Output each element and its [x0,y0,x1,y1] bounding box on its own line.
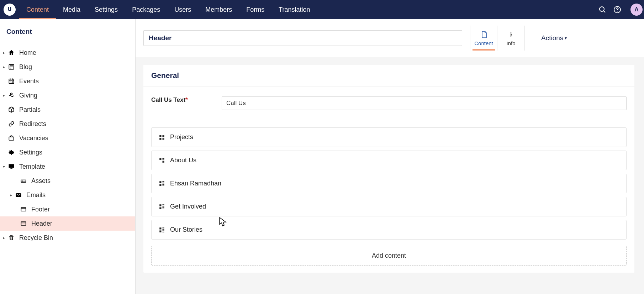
tab-info[interactable]: Info [497,26,524,51]
tree-home[interactable]: ▸ Home [0,46,135,60]
field-label: Call Us Text* [151,96,222,104]
svg-point-3 [617,11,617,11]
window-icon [19,219,28,228]
box-icon [7,105,16,114]
gear-icon [7,148,16,157]
actions-button[interactable]: Actions ▾ [533,34,570,42]
svg-rect-42 [163,181,164,182]
svg-rect-35 [159,158,161,160]
nav-translation[interactable]: Translation [271,0,317,19]
tree-label: Settings [19,149,42,156]
app-logo[interactable] [4,4,16,16]
topnav: Content Media Settings Packages Users Me… [19,0,317,19]
mail-icon [14,191,23,199]
svg-rect-52 [163,209,164,209]
caret-icon[interactable]: ▸ [9,193,14,198]
caret-icon[interactable]: ▸ [1,235,6,240]
svg-rect-33 [163,138,164,138]
svg-rect-43 [163,183,164,183]
tree-header[interactable]: Header [0,216,135,231]
nav-members[interactable]: Members [198,0,239,19]
tree-label: Giving [19,92,37,99]
tree-settings-node[interactable]: Settings [0,145,135,159]
topbar-right: A [598,4,640,16]
tree-giving[interactable]: ▸ Giving [0,88,135,103]
panel-title: General [143,65,634,86]
tree-assets[interactable]: Assets [0,174,135,188]
svg-rect-46 [163,185,164,186]
caret-icon[interactable]: ▸ [1,50,6,55]
content-item-aboutus[interactable]: About Us [151,151,627,170]
tab-label: Content [474,40,493,46]
editor-tabs: Content Info [470,26,525,51]
tree-label: Recycle Bin [19,234,53,242]
tab-label: Info [506,40,515,46]
caret-icon[interactable]: ▸ [1,64,6,69]
tree-vacancies[interactable]: Vacancies [0,131,135,145]
content-item-label: Projects [170,133,193,141]
svg-rect-47 [159,204,161,206]
svg-rect-55 [163,229,164,230]
tab-content[interactable]: Content [470,26,497,51]
tree-template[interactable]: ▾ Template [0,159,135,174]
tree-emails[interactable]: ▸ Emails [0,188,135,202]
required-marker: * [185,96,188,103]
tree-redirects[interactable]: Redirects [0,117,135,131]
caret-icon[interactable]: ▸ [1,93,6,98]
link-icon [7,120,16,128]
content-item-ourstories[interactable]: Our Stories [151,220,627,240]
chevron-down-icon: ▾ [565,36,567,41]
tree-footer[interactable]: Footer [0,202,135,216]
svg-line-1 [603,11,605,12]
tree-label: Template [19,163,45,170]
tree-blog[interactable]: ▸ Blog [0,60,135,74]
tree-events[interactable]: 14 Events [0,74,135,88]
search-icon[interactable] [598,5,607,14]
svg-rect-22 [16,193,21,197]
svg-rect-44 [159,184,161,186]
svg-rect-57 [163,230,164,231]
content-item-label: About Us [170,157,196,164]
svg-rect-30 [163,135,164,136]
nav-users[interactable]: Users [167,0,198,19]
content-item-projects[interactable]: Projects [151,127,627,147]
nav-forms[interactable]: Forms [239,0,271,19]
field-label-text: Call Us Text [151,96,185,103]
tree-partials[interactable]: Partials [0,103,135,117]
content-item-label: Get Involved [170,203,206,210]
add-content-button[interactable]: Add content [151,246,627,266]
blog-icon [7,63,16,71]
nav-packages[interactable]: Packages [125,0,167,19]
field-call-us-text: Call Us Text* [143,86,634,120]
tree-label: Footer [31,206,50,213]
info-icon [507,30,515,39]
help-icon[interactable] [613,5,622,14]
actions-label: Actions [541,34,563,42]
nav-settings[interactable]: Settings [88,0,125,19]
svg-point-13 [11,93,12,95]
nav-media[interactable]: Media [56,0,88,19]
call-us-text-input[interactable] [222,96,627,110]
tree-label: Emails [26,191,46,199]
caret-open-icon[interactable]: ▾ [1,164,6,169]
svg-rect-56 [159,230,161,232]
content-item-label: Ehsan Ramadhan [170,180,221,187]
tree-label: Assets [31,177,51,185]
avatar[interactable]: A [630,4,643,16]
svg-rect-34 [163,139,164,140]
svg-rect-54 [163,227,164,228]
nav-content[interactable]: Content [19,0,56,19]
tree-recyclebin[interactable]: ▸ Recycle Bin [0,231,135,245]
svg-rect-32 [159,138,161,140]
svg-text:14: 14 [10,81,13,83]
svg-rect-37 [163,159,164,160]
drive-icon [19,177,28,185]
content-item-getinvolved[interactable]: Get Involved [151,197,627,216]
svg-rect-51 [163,207,164,208]
display-icon [7,162,16,171]
svg-rect-58 [163,232,164,232]
content-item-ehsan[interactable]: Ehsan Ramadhan [151,174,627,193]
node-title-input[interactable] [143,30,462,46]
tree-label: Events [19,78,39,85]
svg-rect-29 [159,135,161,137]
